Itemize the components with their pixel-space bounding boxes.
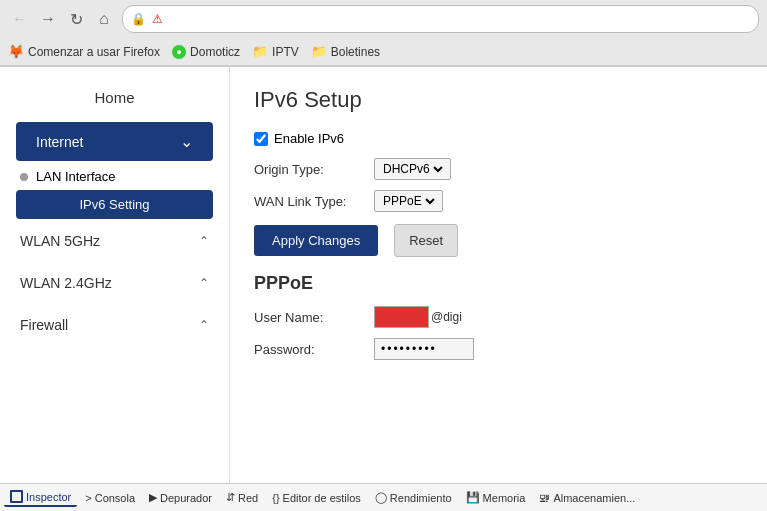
pppoe-section-title: PPPoE <box>254 273 743 294</box>
bookmark-firefox[interactable]: 🦊 Comenzar a usar Firefox <box>8 44 160 59</box>
username-input[interactable] <box>374 306 429 328</box>
bookmark-boletines[interactable]: 📁 Boletines <box>311 44 380 59</box>
enable-ipv6-label: Enable IPv6 <box>274 131 344 146</box>
apply-changes-button[interactable]: Apply Changes <box>254 225 378 256</box>
devtool-red[interactable]: ⇵ Red <box>220 489 264 506</box>
bookmark-iptv[interactable]: 📁 IPTV <box>252 44 299 59</box>
address-input[interactable]: 192.168.1.1/main.htm <box>169 12 750 27</box>
reload-button[interactable]: ↻ <box>64 7 88 31</box>
sidebar-item-home[interactable]: Home <box>0 77 229 118</box>
security-icon: 🔒 <box>131 12 146 26</box>
bookmark-firefox-label: Comenzar a usar Firefox <box>28 45 160 59</box>
page-title: IPv6 Setup <box>254 87 743 113</box>
estilos-label: Editor de estilos <box>283 492 361 504</box>
password-input[interactable] <box>374 338 474 360</box>
reset-button[interactable]: Reset <box>394 224 458 257</box>
domoticz-icon: ● <box>172 45 186 59</box>
inspector-label: Inspector <box>26 491 71 503</box>
back-button[interactable]: ← <box>8 7 32 31</box>
origin-type-select[interactable]: DHCPv6 Static Auto <box>379 161 446 177</box>
sidebar-item-firewall[interactable]: Firewall ⌃ <box>0 305 229 345</box>
wan-link-type-label: WAN Link Type: <box>254 194 364 209</box>
sidebar: Home Internet ⌄ LAN Interface IPv6 Setti… <box>0 67 230 484</box>
devtool-estilos[interactable]: {} Editor de estilos <box>266 490 367 506</box>
bookmarks-bar: 🦊 Comenzar a usar Firefox ● Domoticz 📁 I… <box>0 38 767 66</box>
devtool-almacenamiento[interactable]: 🖳 Almacenamien... <box>533 490 641 506</box>
main-content: IPv6 Setup Enable IPv6 Origin Type: DHCP… <box>230 67 767 484</box>
password-label: Password: <box>254 342 364 357</box>
rendimiento-label: Rendimiento <box>390 492 452 504</box>
username-field-wrapper: @digi <box>374 306 462 328</box>
folder-iptv-icon: 📁 <box>252 44 268 59</box>
sidebar-item-ipv6-setting[interactable]: IPv6 Setting <box>16 190 213 219</box>
devtool-inspector[interactable]: Inspector <box>4 488 77 507</box>
origin-type-row: Origin Type: DHCPv6 Static Auto <box>254 158 743 180</box>
red-label: Red <box>238 492 258 504</box>
estilos-icon: {} <box>272 492 279 504</box>
username-row: User Name: @digi <box>254 306 743 328</box>
password-row: Password: <box>254 338 743 360</box>
page-content: Home Internet ⌄ LAN Interface IPv6 Setti… <box>0 67 767 484</box>
devtool-depurador[interactable]: ▶ Depurador <box>143 489 218 506</box>
origin-type-select-wrapper[interactable]: DHCPv6 Static Auto <box>374 158 451 180</box>
internet-label: Internet <box>36 134 83 150</box>
inspector-box-icon <box>10 490 23 503</box>
action-buttons-row: Apply Changes Reset <box>254 224 743 257</box>
wlan5-label: WLAN 5GHz <box>20 233 100 249</box>
https-icon: ⚠ <box>152 12 163 26</box>
sidebar-item-internet[interactable]: Internet ⌄ <box>16 122 213 161</box>
bookmark-domoticz-label: Domoticz <box>190 45 240 59</box>
origin-type-label: Origin Type: <box>254 162 364 177</box>
at-sign: @digi <box>431 310 462 324</box>
red-icon: ⇵ <box>226 491 235 504</box>
enable-ipv6-checkbox[interactable] <box>254 132 268 146</box>
firewall-label: Firewall <box>20 317 68 333</box>
forward-button[interactable]: → <box>36 7 60 31</box>
devtool-rendimiento[interactable]: ◯ Rendimiento <box>369 489 458 506</box>
devtool-memoria[interactable]: 💾 Memoria <box>460 489 532 506</box>
memoria-label: Memoria <box>483 492 526 504</box>
consola-label: Consola <box>95 492 135 504</box>
rendimiento-icon: ◯ <box>375 491 387 504</box>
bookmark-iptv-label: IPTV <box>272 45 299 59</box>
dev-toolbar: Inspector > Consola ▶ Depurador ⇵ Red {}… <box>0 483 767 511</box>
wan-link-type-select[interactable]: PPPoE IPoE Tunnel <box>379 193 438 209</box>
home-button[interactable]: ⌂ <box>92 7 116 31</box>
home-label: Home <box>94 89 134 106</box>
nav-buttons: ← → ↻ ⌂ <box>8 7 116 31</box>
wan-link-type-row: WAN Link Type: PPPoE IPoE Tunnel <box>254 190 743 212</box>
consola-icon: > <box>85 492 91 504</box>
enable-ipv6-row: Enable IPv6 <box>254 131 743 146</box>
username-label: User Name: <box>254 310 364 325</box>
address-bar[interactable]: 🔒 ⚠ 192.168.1.1/main.htm <box>122 5 759 33</box>
memoria-icon: 💾 <box>466 491 480 504</box>
devtool-consola[interactable]: > Consola <box>79 490 141 506</box>
chevron-up-icon-wlan24: ⌃ <box>199 276 209 290</box>
depurador-icon: ▶ <box>149 491 157 504</box>
chevron-up-icon-firewall: ⌃ <box>199 318 209 332</box>
wlan24-label: WLAN 2.4GHz <box>20 275 112 291</box>
bookmark-boletines-label: Boletines <box>331 45 380 59</box>
firefox-icon: 🦊 <box>8 44 24 59</box>
sidebar-item-wlan5[interactable]: WLAN 5GHz ⌃ <box>0 221 229 261</box>
wan-link-type-select-wrapper[interactable]: PPPoE IPoE Tunnel <box>374 190 443 212</box>
dot-icon <box>20 173 28 181</box>
bookmark-domoticz[interactable]: ● Domoticz <box>172 45 240 59</box>
lan-interface-label: LAN Interface <box>36 169 116 184</box>
almacenamiento-label: Almacenamien... <box>553 492 635 504</box>
sidebar-item-wlan24[interactable]: WLAN 2.4GHz ⌃ <box>0 263 229 303</box>
ipv6-setting-label: IPv6 Setting <box>79 197 149 212</box>
chevron-down-icon: ⌄ <box>180 132 193 151</box>
almacenamiento-icon: 🖳 <box>539 492 550 504</box>
sidebar-item-lan-interface[interactable]: LAN Interface <box>0 165 229 188</box>
depurador-label: Depurador <box>160 492 212 504</box>
folder-boletines-icon: 📁 <box>311 44 327 59</box>
browser-chrome: ← → ↻ ⌂ 🔒 ⚠ 192.168.1.1/main.htm 🦊 Comen… <box>0 0 767 67</box>
chevron-up-icon-wlan5: ⌃ <box>199 234 209 248</box>
